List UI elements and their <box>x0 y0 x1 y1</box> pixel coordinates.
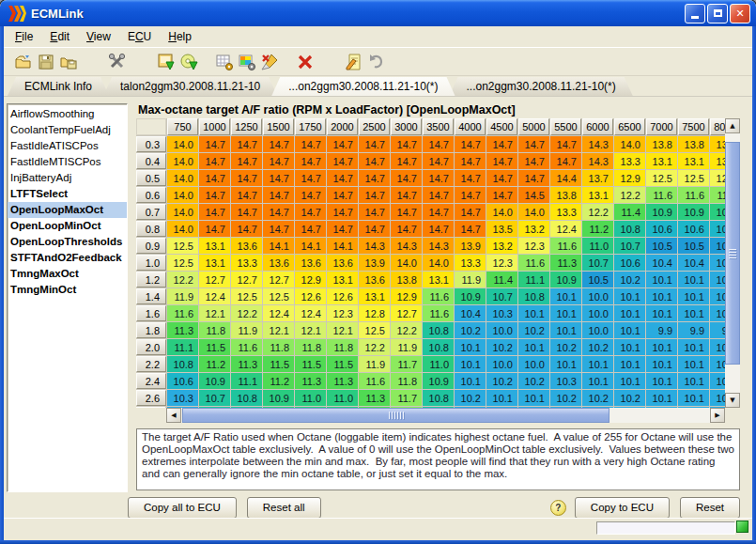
grid-cell-2500x0.3[interactable]: 14.7 <box>359 136 390 152</box>
grid-cell-2000x2.4[interactable]: 11.3 <box>327 373 358 389</box>
tab-2[interactable]: ...on2ggm30.2008.11.21-10(*) <box>271 77 455 96</box>
col-header-7000[interactable]: 7000 <box>646 118 677 135</box>
grid-cell-1750x0.8[interactable]: 14.7 <box>295 221 326 237</box>
col-header-5500[interactable]: 5500 <box>550 118 581 135</box>
grid-cell-6000x0.8[interactable]: 11.2 <box>582 221 613 237</box>
menu-ecu[interactable]: ECU <box>119 28 160 45</box>
grid-cell-6500x0.8[interactable]: 10.8 <box>614 221 645 237</box>
grid-cell-6500x0.7[interactable]: 11.4 <box>614 204 645 220</box>
grid-cell-6000x0.7[interactable]: 12.2 <box>582 204 613 220</box>
grid-cell-7500x0.9[interactable]: 10.5 <box>678 238 709 254</box>
col-header-1750[interactable]: 1750 <box>295 118 326 135</box>
table-display-options-icon[interactable] <box>236 51 258 73</box>
grid-cell-750x0.3[interactable]: 14.0 <box>167 136 198 152</box>
grid-cell-750x2.0[interactable]: 11.1 <box>167 339 198 355</box>
grid-cell-6000x1.6[interactable]: 10.0 <box>582 305 613 321</box>
col-header-2500[interactable]: 2500 <box>359 118 390 135</box>
grid-cell-1000x2.2[interactable]: 11.2 <box>199 356 230 372</box>
grid-cell-1250x0.3[interactable]: 14.7 <box>231 136 262 152</box>
grid-cell-7000x2.4[interactable]: 10.1 <box>646 373 677 389</box>
grid-cell-5000x2.6[interactable]: 10.1 <box>518 390 549 406</box>
grid-cell-1000x1.2[interactable]: 12.7 <box>199 272 230 288</box>
grid-cell-4500x2.0[interactable]: 10.2 <box>486 339 517 355</box>
grid-cell-6000x2.0[interactable]: 10.2 <box>582 339 613 355</box>
grid-cell-1000x0.7[interactable]: 14.7 <box>199 204 230 220</box>
grid-cell-3500x1.6[interactable]: 11.6 <box>423 305 454 321</box>
grid-cell-3500x0.8[interactable]: 14.7 <box>423 221 454 237</box>
tab-1[interactable]: talon2ggm30.2008.11.21-10 <box>103 77 277 96</box>
grid-cell-7500x1.6[interactable]: 10.1 <box>678 305 709 321</box>
grid-cell-3500x0.9[interactable]: 14.3 <box>423 238 454 254</box>
grid-cell-1750x0.6[interactable]: 14.7 <box>295 187 326 203</box>
grid-cell-4000x0.5[interactable]: 14.7 <box>455 170 486 186</box>
read-from-ecu-icon[interactable] <box>177 51 200 73</box>
grid-cell-7000x0.5[interactable]: 12.5 <box>646 170 677 186</box>
grid-cell-1500x1.2[interactable]: 12.7 <box>263 272 294 288</box>
title-bar[interactable]: ECMLink ✕ <box>0 0 756 26</box>
grid-cell-1000x2.6[interactable]: 10.7 <box>199 390 230 406</box>
grid-cell-5500x2.0[interactable]: 10.2 <box>550 339 581 355</box>
grid-cell-7500x2.2[interactable]: 10.1 <box>678 356 709 372</box>
col-header-4500[interactable]: 4500 <box>486 118 517 135</box>
grid-cell-5000x0.9[interactable]: 12.3 <box>518 238 549 254</box>
grid-cell-4000x0.6[interactable]: 14.7 <box>455 187 486 203</box>
grid-cell-8000x2.0[interactable]: 10.1 <box>710 339 725 355</box>
sidebar-item-OpenLoopMinOct[interactable]: OpenLoopMinOct <box>8 218 127 234</box>
grid-cell-1500x2.6[interactable]: 10.9 <box>263 390 294 406</box>
grid-cell-8000x1.8[interactable]: 9.9 <box>710 322 725 338</box>
grid-cell-2500x1.4[interactable]: 13.1 <box>359 288 390 304</box>
grid-cell-4500x0.4[interactable]: 14.7 <box>486 153 517 169</box>
grid-cell-3500x2.4[interactable]: 10.9 <box>423 373 454 389</box>
grid-cell-5000x1.8[interactable]: 10.2 <box>518 322 549 338</box>
grid-cell-1500x1.8[interactable]: 12.1 <box>263 322 294 338</box>
grid-cell-750x2.4[interactable]: 10.6 <box>167 373 198 389</box>
grid-cell-750x0.8[interactable]: 14.0 <box>167 221 198 237</box>
grid-cell-1000x0.6[interactable]: 14.7 <box>199 187 230 203</box>
grid-cell-3000x1.6[interactable]: 12.7 <box>391 305 422 321</box>
grid-cell-5500x2.6[interactable]: 10.2 <box>550 390 581 406</box>
grid-cell-1750x1.0[interactable]: 13.6 <box>295 255 326 271</box>
col-header-750[interactable]: 750 <box>167 118 198 135</box>
grid-cell-5500x0.8[interactable]: 12.4 <box>550 221 581 237</box>
sidebar-item-OpenLoopMaxOct[interactable]: OpenLoopMaxOct <box>8 202 127 218</box>
grid-cell-2000x2.6[interactable]: 11.0 <box>327 390 358 406</box>
menu-edit[interactable]: Edit <box>41 28 78 45</box>
grid-cell-750x0.6[interactable]: 14.0 <box>167 187 198 203</box>
grid-cell-4500x0.7[interactable]: 14.0 <box>486 204 517 220</box>
grid-cell-2500x0.5[interactable]: 14.7 <box>359 170 390 186</box>
grid-cell-1000x0.4[interactable]: 14.7 <box>199 153 230 169</box>
grid-cell-2000x1.8[interactable]: 12.1 <box>327 322 358 338</box>
grid-cell-1750x0.3[interactable]: 14.7 <box>295 136 326 152</box>
grid-cell-2000x0.7[interactable]: 14.7 <box>327 204 358 220</box>
row-header-2.2[interactable]: 2.2 <box>136 356 166 372</box>
grid-cell-6000x1.8[interactable]: 10.0 <box>582 322 613 338</box>
grid-cell-6000x1.4[interactable]: 10.0 <box>582 288 613 304</box>
grid-cell-4500x0.8[interactable]: 13.5 <box>486 221 517 237</box>
grid-cell-5500x2.2[interactable]: 10.1 <box>550 356 581 372</box>
vertical-scroll-thumb[interactable] <box>725 142 740 365</box>
row-header-0.8[interactable]: 0.8 <box>136 221 166 237</box>
grid-cell-4000x1.2[interactable]: 11.9 <box>455 272 486 288</box>
grid-cell-7500x1.4[interactable]: 10.1 <box>678 288 709 304</box>
grid-cell-6500x2.6[interactable]: 10.2 <box>614 390 645 406</box>
grid-cell-5500x1.8[interactable]: 10.1 <box>550 322 581 338</box>
grid-cell-3500x0.7[interactable]: 14.7 <box>423 204 454 220</box>
grid-cell-6000x0.6[interactable]: 13.1 <box>582 187 613 203</box>
grid-cell-1000x1.0[interactable]: 13.1 <box>199 255 230 271</box>
row-header-1.0[interactable]: 1.0 <box>136 255 166 271</box>
grid-cell-7500x1.2[interactable]: 10.1 <box>678 272 709 288</box>
grid-cell-1750x0.5[interactable]: 14.7 <box>295 170 326 186</box>
vertical-scrollbar[interactable]: ▲ ▼ <box>725 118 740 408</box>
grid-cell-7000x0.7[interactable]: 10.9 <box>646 204 677 220</box>
grid-cell-4500x1.0[interactable]: 12.3 <box>486 255 517 271</box>
grid-cell-750x2.2[interactable]: 10.8 <box>167 356 198 372</box>
col-header-1250[interactable]: 1250 <box>231 118 262 135</box>
grid-cell-1250x2.0[interactable]: 11.6 <box>231 339 262 355</box>
grid-cell-8000x1.0[interactable]: 10.4 <box>710 255 725 271</box>
grid-cell-1250x0.5[interactable]: 14.7 <box>231 170 262 186</box>
copy-to-ecu-button[interactable]: Copy to ECU <box>575 497 670 519</box>
grid-cell-2000x1.4[interactable]: 12.6 <box>327 288 358 304</box>
scroll-right-icon[interactable]: ▶ <box>710 408 725 423</box>
grid-cell-3000x2.2[interactable]: 11.7 <box>391 356 422 372</box>
grid-cell-3000x0.3[interactable]: 14.7 <box>391 136 422 152</box>
